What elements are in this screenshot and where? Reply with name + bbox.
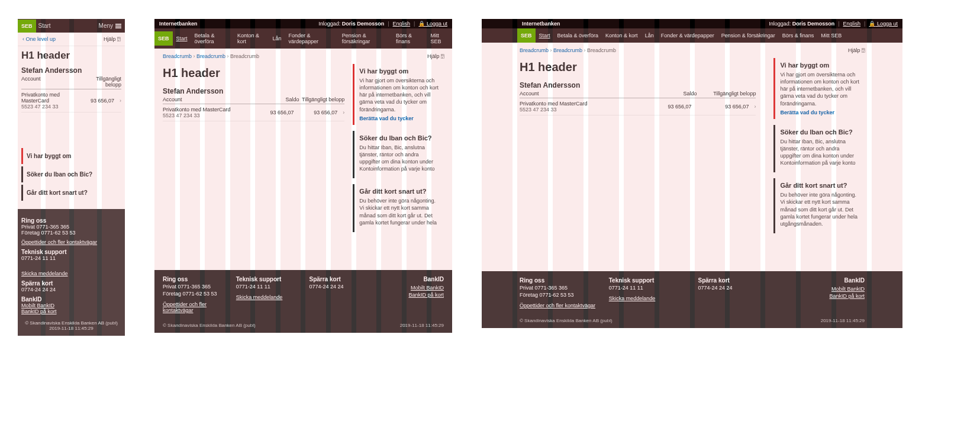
crumb-b[interactable]: Breadcrumb [553, 47, 582, 53]
account-number: 5523 47 234 33 [163, 113, 250, 118]
footer-block-title: Spärra kort [21, 280, 121, 287]
crumb-c: Breadcrumb [230, 53, 259, 59]
footer-timestamp: 2019-11-18 11:45:29 [400, 323, 444, 328]
help-link[interactable]: Hjälp [848, 47, 865, 53]
card-link[interactable]: Berätta vad du tycker [359, 115, 414, 121]
mobile-frame: SEB Start Meny One level up Hjälp H1 hea… [18, 19, 125, 336]
account-owner: Stefan Andersson [520, 81, 756, 89]
card-rebuild: Vi har byggt om Vi har gjort om översikt… [353, 64, 444, 125]
footer-openings[interactable]: Öppettider och fler kontaktvägar [520, 303, 597, 309]
col-account: Account [21, 76, 88, 88]
footer-bankid-kort[interactable]: BankID på kort [21, 309, 57, 314]
footer-ring-foretag: Företag 0771-62 53 53 [163, 291, 224, 297]
footer-send[interactable]: Skicka meddelande [236, 294, 298, 300]
chevron-right-icon: › [114, 98, 121, 104]
crumb-a[interactable]: Breadcrumb [520, 47, 549, 53]
account-row[interactable]: Privatkonto med MasterCard 5523 47 234 3… [163, 104, 344, 121]
footer-support-title: Teknisk support [236, 276, 298, 282]
footer: Ring oss Privat 0771-365 365 Företag 077… [482, 271, 902, 328]
card-title: Går ditt kort snart ut? [780, 182, 860, 189]
footer-bankid-kort[interactable]: BankID på kort [408, 292, 444, 298]
nav-item[interactable]: Pension & försäkringar [718, 28, 779, 43]
nav-item[interactable]: Börs & finans [392, 28, 427, 49]
footer-ring-title: Ring oss [520, 277, 597, 284]
card-kort: Går ditt kort snart ut? Du behöver inte … [773, 178, 865, 233]
account-available: 93 656,07 [83, 98, 114, 104]
account-table-header: Account Saldo Tillgängligt belopp [163, 97, 344, 104]
footer-bankid-mobilt[interactable]: Mobilt BankID [831, 286, 865, 292]
nav-item[interactable]: Betala & överföra [191, 28, 234, 49]
footer-bankid-title: BankID [787, 277, 865, 284]
topbar: Internetbanken Inloggad: Doris Demosson … [154, 19, 452, 28]
footer-timestamp: 2019-11-18 11:45:29 [49, 326, 93, 331]
footer-bankid-kort[interactable]: BankID på kort [829, 293, 865, 299]
footer-openings[interactable]: Öppettider och fler kontaktvägar [163, 301, 224, 313]
card-kort: Går ditt kort snart ut? Du behöver inte … [353, 184, 444, 232]
app-name: Internetbanken [159, 21, 198, 27]
nav-item[interactable]: Mitt SEB [427, 28, 452, 49]
logo: SEB [18, 20, 36, 33]
footer-block-title: Spärra kort [698, 277, 776, 284]
card-rebuild[interactable]: Vi har byggt om [21, 148, 121, 164]
card-kort[interactable]: Går ditt kort snart ut? [21, 185, 121, 201]
footer-bankid-title: BankID [21, 296, 121, 303]
account-name: Privatkonto med MasterCard [520, 101, 588, 107]
footer-legal: © Skandinaviska Enskilda Banken AB (publ… [520, 318, 612, 323]
footer-bankid-mobilt[interactable]: Mobilt BankID [21, 303, 54, 309]
logout-link[interactable]: 🔒 Logga ut [414, 21, 447, 27]
nav-start[interactable]: Start [173, 31, 191, 46]
footer-send[interactable]: Skicka meddelande [609, 295, 686, 301]
crumb-b[interactable]: Breadcrumb [196, 53, 225, 59]
menu-button[interactable]: Meny [95, 19, 125, 33]
navbar: SEB Start Betala & överföra Konton & kor… [482, 28, 902, 43]
nav-item[interactable]: Konton & kort [602, 28, 641, 43]
account-saldo: 93 656,07 [634, 104, 692, 110]
nav-item[interactable]: Mitt SEB [817, 28, 845, 43]
col-account: Account [520, 91, 638, 97]
nav-item[interactable]: Betala & överföra [554, 28, 602, 43]
breadcrumb-row: Breadcrumb Breadcrumb Breadcrumb Hjälp [154, 49, 452, 64]
logged-in-user: Inloggad: Doris Demosson [318, 21, 384, 27]
logout-link[interactable]: 🔒 Logga ut [864, 21, 898, 27]
card-title: Går ditt kort snart ut? [359, 188, 439, 195]
card-body: Du hittar Iban, Bic, anslutna tjänster, … [359, 144, 439, 173]
footer-ring-privat: Privat 0771-365 365 [21, 224, 121, 230]
nav-item[interactable]: Lån [641, 28, 657, 43]
card-link[interactable]: Berätta vad du tycker [780, 110, 834, 115]
card-body: Vi har gjort om översikterna och informa… [359, 77, 439, 113]
mobile-footer: Ring oss Privat 0771-365 365 Företag 077… [18, 209, 125, 336]
account-row[interactable]: Privatkonto med MasterCard 5523 47 234 3… [21, 89, 121, 113]
card-iban[interactable]: Söker du Iban och Bic? [21, 166, 121, 182]
lock-icon: 🔒 [869, 21, 875, 27]
footer-ring-title: Ring oss [21, 217, 121, 224]
account-available: 93 656,07 [294, 110, 338, 115]
footer-openings[interactable]: Öppettider och fler kontaktvägar [21, 239, 97, 245]
mobile-subnav: One level up Hjälp [18, 33, 125, 46]
footer-timestamp: 2019-11-18 11:45:29 [821, 318, 865, 323]
account-row[interactable]: Privatkonto med MasterCard 5523 47 234 3… [520, 98, 756, 115]
nav-item[interactable]: Börs & finans [779, 28, 818, 43]
footer-legal: © Skandinaviska Enskilda Banken AB (publ… [25, 320, 118, 326]
help-link[interactable]: Hjälp [427, 53, 444, 59]
lang-link[interactable]: English [838, 21, 860, 27]
help-link[interactable]: Hjälp [104, 36, 120, 42]
back-link[interactable]: One level up [22, 36, 56, 42]
footer-send[interactable]: Skicka meddelande [21, 271, 68, 277]
footer-bankid-mobilt[interactable]: Mobilt BankID [411, 285, 444, 291]
footer-ring-foretag: Företag 0771-62 53 53 [21, 230, 121, 236]
breadcrumb-row: Breadcrumb Breadcrumb Breadcrumb Hjälp [482, 43, 902, 58]
page-title: H1 header [520, 60, 756, 74]
nav-item[interactable]: Lån [269, 31, 285, 46]
lang-link[interactable]: English [388, 21, 410, 27]
nav-item[interactable]: Pension & försäkringar [339, 28, 392, 49]
account-number: 5523 47 234 33 [520, 107, 634, 113]
nav-start[interactable]: Start [536, 28, 554, 43]
col-available: Tillgängligt belopp [88, 76, 121, 88]
nav-item[interactable]: Fonder & värdepapper [285, 28, 338, 49]
footer-legal: © Skandinaviska Enskilda Banken AB (publ… [163, 323, 256, 328]
nav-item[interactable]: Fonder & värdepapper [657, 28, 718, 43]
topbar: Internetbanken Inloggad: Doris Demosson … [482, 19, 902, 28]
desktop-frame: Internetbanken Inloggad: Doris Demosson … [482, 19, 902, 328]
nav-item[interactable]: Konton & kort [234, 28, 269, 49]
crumb-a[interactable]: Breadcrumb [163, 53, 192, 59]
